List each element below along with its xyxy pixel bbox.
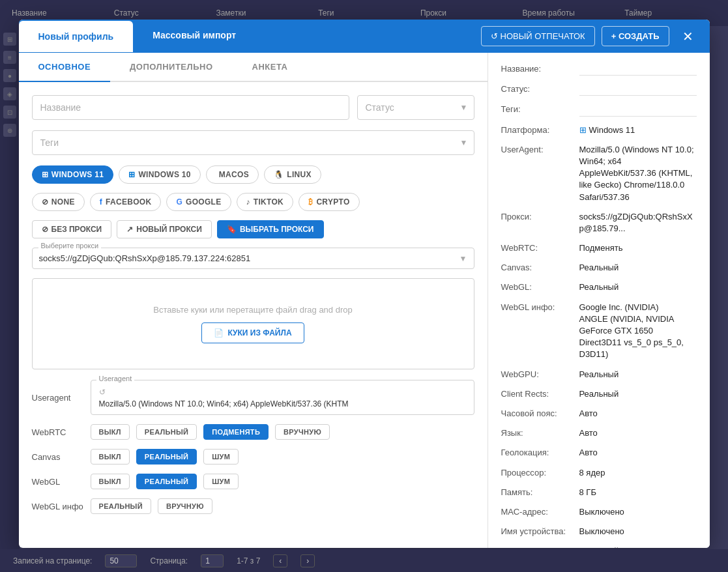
win10-label: WINDOWS 10 bbox=[138, 170, 190, 179]
info-value-screen: Реальный bbox=[579, 545, 697, 548]
canvas-real-btn[interactable]: РЕАЛЬНЫЙ bbox=[136, 449, 197, 465]
info-value-webgl: Реальный bbox=[579, 281, 697, 293]
info-value-webrtc: Подменять bbox=[579, 242, 697, 254]
webgl-off-btn[interactable]: ВЫКЛ bbox=[91, 474, 130, 489]
info-row-useragent: UserAgent: Mozilla/5.0 (Windows NT 10.0;… bbox=[501, 144, 697, 203]
ua-refresh-icon[interactable]: ↺ bbox=[99, 388, 106, 397]
site-btn-google[interactable]: G GOOGLE bbox=[166, 193, 231, 211]
close-button[interactable]: ✕ bbox=[676, 25, 700, 48]
win11-icon: ⊞ bbox=[42, 170, 48, 179]
platform-btn-linux[interactable]: 🐧 LINUX bbox=[264, 165, 321, 184]
info-value-canvas: Реальный bbox=[579, 262, 697, 274]
proxy-dropdown-arrow[interactable]: ▼ bbox=[459, 254, 467, 263]
webgl-noise-btn[interactable]: ШУМ bbox=[203, 474, 239, 489]
proxy-input[interactable] bbox=[39, 253, 459, 263]
new-fingerprint-button[interactable]: ↺ НОВЫЙ ОТПЕЧАТОК bbox=[481, 26, 595, 46]
info-row-webgpu: WebGPU: Реальный bbox=[501, 369, 697, 380]
info-label-canvas: Canvas: bbox=[501, 262, 579, 274]
col-tags: Теги bbox=[313, 8, 415, 18]
prev-page-button[interactable]: ‹ bbox=[273, 554, 287, 567]
webgl-info-real-btn[interactable]: РЕАЛЬНЫЙ bbox=[91, 498, 151, 514]
status-select-wrapper: Статус ▼ bbox=[357, 95, 474, 120]
info-row-screen: Экран: Реальный bbox=[501, 545, 697, 548]
webgl-info-label: WebGL инфо bbox=[32, 502, 84, 511]
info-value-cpu: 8 ядер bbox=[579, 467, 697, 479]
sidebar-icon-3[interactable]: ● bbox=[3, 69, 16, 82]
info-row-mac: МАС-адрес: Выключено bbox=[501, 506, 697, 518]
info-label-proxy: Прокси: bbox=[501, 211, 579, 235]
info-value-timezone: Авто bbox=[579, 408, 697, 420]
webgl-info-row: WebGL инфо РЕАЛЬНЫЙ ВРУЧНУЮ bbox=[32, 498, 474, 514]
crypto-label: CRYPTO bbox=[316, 197, 349, 207]
status-select[interactable]: Статус bbox=[357, 95, 474, 120]
modal-content: ОСНОВНОЕ ДОПОЛНИТЕЛЬНО АНКЕТА Статус ▼ bbox=[19, 53, 710, 548]
records-per-page-select[interactable]: 50 25 100 bbox=[105, 554, 137, 567]
sidebar-icon-6[interactable]: ⊕ bbox=[3, 124, 16, 137]
canvas-noise-btn[interactable]: ШУМ bbox=[203, 449, 239, 465]
webrtc-off-btn[interactable]: ВЫКЛ bbox=[91, 424, 130, 440]
info-row-canvas: Canvas: Реальный bbox=[501, 262, 697, 274]
webrtc-manual-btn[interactable]: ВРУЧНУЮ bbox=[275, 424, 330, 440]
proxy-btn-select[interactable]: 🔖 ВЫБРАТЬ ПРОКСИ bbox=[217, 220, 324, 238]
platform-btn-win10[interactable]: ⊞ WINDOWS 10 bbox=[119, 165, 201, 184]
sidebar-icon-2[interactable]: ≡ bbox=[3, 51, 16, 64]
page-select[interactable]: 1 bbox=[201, 554, 224, 567]
sub-tab-basic[interactable]: ОСНОВНОЕ bbox=[19, 53, 111, 82]
info-label-platform: Платформа: bbox=[501, 124, 579, 136]
sidebar-icon-4[interactable]: ◈ bbox=[3, 87, 16, 100]
canvas-off-btn[interactable]: ВЫКЛ bbox=[91, 449, 130, 465]
info-value-tags bbox=[579, 104, 697, 116]
sub-tab-additional[interactable]: ДОПОЛНИТЕЛЬНО bbox=[110, 53, 232, 81]
next-page-button[interactable]: › bbox=[300, 554, 315, 567]
sidebar: ⊞ ≡ ● ◈ ⊡ ⊕ bbox=[0, 26, 20, 572]
webgl-real-btn[interactable]: РЕАЛЬНЫЙ bbox=[136, 474, 197, 489]
select-proxy-icon: 🔖 bbox=[227, 225, 237, 234]
platform-win-icon: Windows 11 bbox=[579, 124, 635, 136]
tab-new-profile[interactable]: Новый профиль bbox=[19, 21, 134, 52]
info-row-geolocation: Геолокация: Авто bbox=[501, 447, 697, 459]
info-row-webgl-info: WebGL инфо: Google Inc. (NVIDIA) ANGLE (… bbox=[501, 302, 697, 361]
info-label-language: Язык: bbox=[501, 427, 579, 439]
tags-row: Теги ▼ bbox=[32, 130, 474, 155]
tags-select[interactable]: Теги bbox=[32, 130, 474, 155]
info-label-client-rects: Client Rects: bbox=[501, 388, 579, 400]
webrtc-real-btn[interactable]: РЕАЛЬНЫЙ bbox=[136, 424, 197, 440]
site-btn-facebook[interactable]: f FACEBOOK bbox=[90, 193, 162, 211]
google-label: GOOGLE bbox=[186, 197, 221, 207]
ua-field-label: Useragent bbox=[96, 375, 135, 382]
webrtc-replace-btn[interactable]: ПОДМЕНЯТЬ bbox=[203, 424, 269, 440]
info-label-screen: Экран: bbox=[501, 545, 579, 548]
info-row-webrtc: WebRTC: Подменять bbox=[501, 242, 697, 254]
cookie-area[interactable]: Вставьте куки или перетащите файл drag a… bbox=[32, 278, 474, 369]
col-notes: Заметки bbox=[211, 8, 313, 18]
info-row-client-rects: Client Rects: Реальный bbox=[501, 388, 697, 400]
col-status: Статус bbox=[109, 8, 211, 18]
form-body: Статус ▼ Теги ▼ bbox=[19, 82, 488, 536]
info-label-geolocation: Геолокация: bbox=[501, 447, 579, 459]
info-row-name: Название: bbox=[501, 63, 697, 76]
webgl-info-manual-btn[interactable]: ВРУЧНУЮ bbox=[158, 498, 212, 514]
info-value-webgpu: Реальный bbox=[579, 369, 697, 380]
create-button[interactable]: + СОЗДАТЬ bbox=[602, 26, 669, 46]
site-btn-tiktok[interactable]: ♪ TIKTOK bbox=[237, 193, 294, 211]
none-label: NONE bbox=[51, 197, 75, 207]
page-range: 1-7 з 7 bbox=[237, 556, 260, 565]
webrtc-label: WebRTC bbox=[32, 427, 84, 437]
sidebar-icon-1[interactable]: ⊞ bbox=[3, 33, 16, 46]
site-btn-crypto[interactable]: ₿ CRYPTO bbox=[298, 193, 359, 211]
google-icon: G bbox=[176, 197, 182, 207]
platform-btn-macos[interactable]: MACOS bbox=[206, 165, 259, 184]
info-label-device-name: Имя устройства: bbox=[501, 526, 579, 537]
site-btn-none[interactable]: ⊘ NONE bbox=[32, 193, 85, 211]
tab-mass-import[interactable]: Массовый импорт bbox=[133, 20, 255, 53]
sub-tab-form[interactable]: АНКЕТА bbox=[233, 53, 308, 81]
proxy-btn-none[interactable]: ⊘ БЕЗ ПРОКСИ bbox=[32, 220, 112, 238]
name-input[interactable] bbox=[32, 95, 349, 120]
platform-btn-win11[interactable]: ⊞ WINDOWS 11 bbox=[32, 165, 114, 184]
ua-input[interactable] bbox=[99, 399, 466, 408]
cookie-file-button[interactable]: 📄 КУКИ ИЗ ФАЙЛА bbox=[201, 322, 304, 343]
col-proxy: Прокси bbox=[415, 8, 517, 18]
proxy-btn-new[interactable]: ↗ НОВЫЙ ПРОКСИ bbox=[117, 220, 212, 238]
sidebar-icon-5[interactable]: ⊡ bbox=[3, 106, 16, 119]
tiktok-icon: ♪ bbox=[246, 197, 250, 207]
